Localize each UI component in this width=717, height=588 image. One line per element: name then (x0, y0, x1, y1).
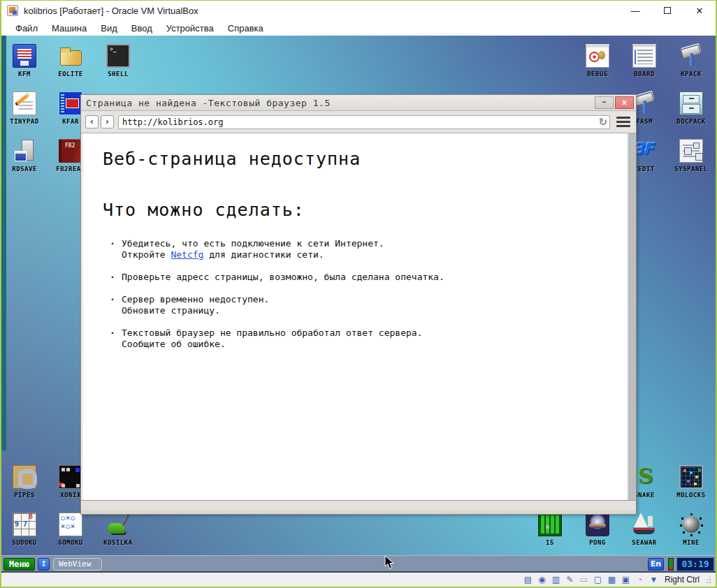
desktop-icon-15[interactable]: 15 (530, 513, 570, 546)
browser-frame-border (81, 510, 636, 514)
desktop-icon-tinypad[interactable]: TINYPAD (4, 91, 45, 125)
desktop-icon-syspanel[interactable]: SYSPANEL (671, 139, 711, 172)
syspanel-icon (679, 139, 703, 163)
desktop-icon-label: KFM (4, 71, 45, 78)
desktop-icon-label: DOCPACK (671, 118, 711, 125)
desktop-icon-seawar[interactable]: SEAWAR (624, 513, 665, 546)
network-icon[interactable]: ▥ (550, 574, 562, 585)
language-indicator[interactable]: En (648, 558, 664, 571)
refresh-icon[interactable]: ↻ (598, 116, 607, 129)
rdsave-icon (13, 139, 36, 163)
browser-statusbar (81, 500, 636, 510)
desktop-icon-label: BOARD (624, 71, 665, 78)
vbox-menu-item[interactable]: Устройства (159, 22, 221, 35)
scrollbar[interactable] (627, 133, 636, 500)
browser-toolbar: ‹ › http://kolibrios.org ↻ (81, 111, 636, 133)
gomoku-icon (59, 513, 82, 536)
keyboard-capture-icon[interactable]: ▼ (648, 574, 660, 585)
optical-disc-icon[interactable]: ◉ (536, 574, 548, 585)
desktop-icon-shell[interactable]: SHELL (98, 44, 138, 78)
desktop-icon-board[interactable]: BOARD (624, 44, 665, 78)
desktop-icon-pong[interactable]: PONG (577, 513, 618, 546)
vm-display: KFMEOLITESHELLTINYPADKFARRDSAVEFB2READPI… (1, 36, 716, 573)
clock[interactable]: 03:19 (676, 557, 714, 571)
vbox-menu-item[interactable]: Ввод (124, 22, 159, 35)
url-text[interactable]: http://kolibrios.org (119, 117, 224, 127)
desktop-icon-kpack[interactable]: KPACK (671, 44, 711, 78)
browser-titlebar[interactable]: Страница не найдена -Текстовый браузер 1… (81, 95, 636, 111)
vbox-statusbar: ▤◉▥✎▭▢▦▣◔▼ Right Ctrl (1, 573, 716, 587)
shared-folders-icon[interactable]: ▭ (578, 574, 590, 585)
webview-browser-window: Страница не найдена -Текстовый браузер 1… (80, 94, 637, 515)
taskbar-task-webview[interactable]: WebView (53, 558, 102, 571)
browser-minimize-button[interactable]: – (595, 96, 614, 109)
suggestion-text: Текстовый браузер не правильно обработал… (122, 328, 422, 338)
desktop-icon-label: GOMOKU (50, 539, 91, 546)
menu-icon[interactable] (616, 117, 630, 127)
desktop-icon-kosilka[interactable]: KOSILKA (98, 513, 138, 546)
debug-icon (586, 44, 609, 68)
desktop-icon-kfm[interactable]: KFM (4, 44, 45, 78)
start-menu-button[interactable]: Меню (3, 558, 35, 571)
desktop-icon-label: KOSILKA (98, 539, 138, 546)
display-icon[interactable]: ▢ (592, 574, 604, 585)
browser-close-button[interactable]: x (615, 96, 634, 109)
suggestion-line: Убедитесь, что есть подключение к сети И… (122, 238, 627, 249)
desktop-icon-label: PIPES (4, 492, 45, 499)
desktop-icon-label: MINE (671, 539, 711, 546)
maximize-icon (664, 7, 671, 14)
desktop-icon-label: 15 (530, 539, 570, 546)
vbox-menu-item[interactable]: Файл (8, 22, 45, 35)
shell-icon (106, 44, 130, 68)
usb-icon[interactable]: ✎ (564, 574, 576, 585)
desktop-icon-mine[interactable]: MINE (671, 513, 711, 546)
suggestion-text: Обновите страницу. (122, 305, 220, 316)
vbox-maximize-button[interactable] (651, 1, 683, 20)
desktop-icon-label: SUDOKU (4, 539, 45, 546)
back-button[interactable]: ‹ (85, 115, 99, 128)
suggestion-line: Проверьте адресс страницы, возможно, был… (122, 272, 627, 283)
desktop-icon-eolite[interactable]: EOLITE (50, 44, 91, 78)
taskbar-resize-icon[interactable]: ↕ (38, 558, 50, 571)
eolite-icon (59, 44, 82, 68)
desktop-icon-label: SHELL (98, 71, 138, 78)
vbox-close-button[interactable]: ✕ (683, 1, 716, 20)
cpu-usage-indicator[interactable] (668, 558, 674, 571)
vbox-menu-item[interactable]: Справка (221, 22, 270, 35)
mouse-cursor (384, 555, 394, 570)
mine-icon (679, 513, 703, 536)
vbox-menu-item[interactable]: Вид (94, 22, 124, 35)
xonix-icon (59, 465, 82, 489)
desktop-icon-label: MBLOCKS (671, 492, 711, 499)
suggestion-item: Проверьте адресс страницы, возможно, был… (110, 272, 627, 283)
features-icon[interactable]: ▣ (620, 574, 632, 585)
mouse-integration-icon[interactable]: ◔ (634, 574, 646, 585)
vbox-menu-item[interactable]: Машина (45, 22, 94, 35)
resize-grip[interactable] (704, 575, 711, 584)
desktop-icon-label: PONG (577, 539, 618, 546)
address-bar[interactable]: http://kolibrios.org ↻ (118, 115, 610, 129)
hard-disk-icon[interactable]: ▤ (522, 574, 534, 585)
vbox-window-title: kolibrios [Работает] - Oracle VM Virtual… (24, 6, 198, 16)
suggestion-text: для диагностики сети. (203, 249, 324, 260)
desktop-icon-debug[interactable]: DEBUG (577, 44, 618, 78)
desktop-icon-label: SYSPANEL (671, 166, 711, 172)
suggestion-line: Сервер временно недоступен. (122, 294, 627, 305)
netcfg-link[interactable]: Netcfg (171, 249, 203, 260)
desktop-icon-pipes[interactable]: PIPES (4, 465, 45, 499)
desktop-icon-label: SEAWAR (624, 539, 665, 546)
fb2read-icon (59, 139, 82, 163)
virtualbox-window: kolibrios [Работает] - Oracle VM Virtual… (0, 0, 717, 588)
desktop-icon-gomoku[interactable]: GOMOKU (50, 513, 91, 546)
desktop-icon-rdsave[interactable]: RDSAVE (4, 139, 45, 172)
forward-button[interactable]: › (101, 115, 114, 128)
suggestion-line: Откройте Netcfg для диагностики сети. (122, 249, 627, 260)
desktop-icon-sudoku[interactable]: SUDOKU (4, 513, 45, 546)
desktop-icon-docpack[interactable]: DOCPACK (671, 91, 711, 125)
desktop-icon-mblocks[interactable]: MBLOCKS (671, 465, 711, 499)
suggestion-item: Текстовый браузер не правильно обработал… (110, 328, 627, 350)
suggestions-heading: Что можно сделать: (103, 200, 627, 220)
desktop-icon-label: RDSAVE (4, 166, 45, 172)
recording-icon[interactable]: ▦ (606, 574, 618, 585)
vbox-minimize-button[interactable]: — (619, 1, 651, 20)
